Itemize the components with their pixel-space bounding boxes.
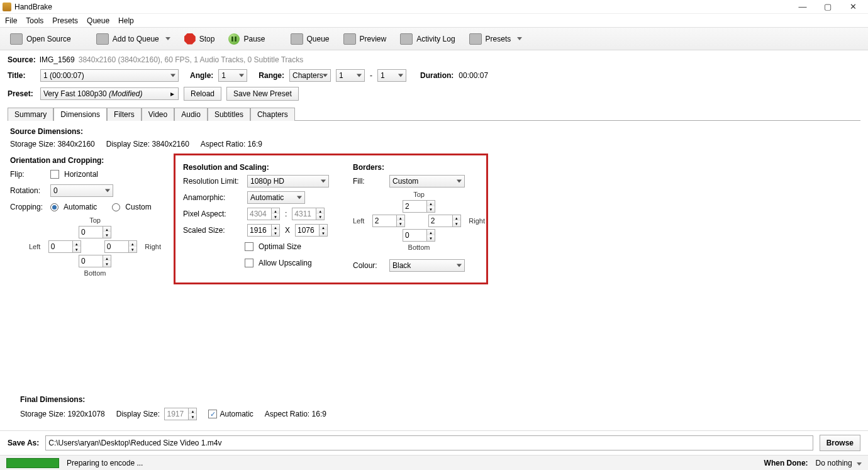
crop-right-input[interactable]: ▲▼ [104,240,137,253]
add-to-queue-button[interactable]: Add to Queue [91,31,175,47]
res-limit-select[interactable]: 1080p HD [247,175,329,187]
borders-heading: Borders: [353,163,479,172]
border-right-input[interactable]: ▲▼ [428,215,461,227]
crop-bottom-input[interactable]: ▲▼ [79,255,111,267]
border-left-input[interactable]: ▲▼ [372,215,405,227]
queue-icon [291,33,303,45]
final-auto-label: Automatic [220,410,253,418]
save-as-input[interactable] [45,435,813,450]
stop-icon [184,33,196,45]
menu-tools[interactable]: Tools [26,16,43,25]
chevron-down-icon [517,37,522,40]
pause-label: Pause [243,35,265,43]
queue-button[interactable]: Queue [286,31,335,47]
tab-dimensions[interactable]: Dimensions [53,108,107,121]
border-top-input[interactable]: ▲▼ [403,200,435,213]
preview-button[interactable]: Preview [338,31,392,47]
duration-value: 00:00:07 [459,71,488,80]
scaled-height-input[interactable]: ▲▼ [295,224,328,237]
cropping-label: Cropping: [10,203,45,211]
menu-help[interactable]: Help [118,16,134,25]
pixel-aspect-label: Pixel Aspect: [183,210,242,218]
menubar: File Tools Presets Queue Help [0,14,868,28]
rotation-label: Rotation: [10,186,45,195]
menu-queue[interactable]: Queue [87,16,109,25]
optimal-size-checkbox[interactable] [245,242,253,251]
app-title: HandBrake [14,3,52,11]
border-bottom-input[interactable]: ▲▼ [403,229,435,242]
flip-label: Flip: [10,170,45,179]
crop-left-label: Left [29,243,40,250]
range-to-select[interactable]: 1 [377,69,406,82]
final-display-label: Display Size: [116,410,160,418]
cropping-auto-radio[interactable] [50,203,58,211]
activity-icon [400,33,413,45]
title-row: Title: 1 (00:00:07) Angle: 1 Range: Chap… [0,67,868,84]
colour-select[interactable]: Black [389,259,465,272]
crop-left-input[interactable]: ▲▼ [48,240,81,253]
open-source-button[interactable]: Open Source [5,31,76,47]
flip-horizontal-label: Horizontal [64,170,98,179]
stop-label: Stop [199,35,215,43]
border-left-label: Left [353,217,364,225]
save-as-label: Save As: [8,439,39,447]
range-type-select[interactable]: Chapters [289,69,331,82]
crop-top-input[interactable]: ▲▼ [79,226,111,238]
final-dims-heading: Final Dimensions: [20,395,848,404]
pixel-aspect-a-input[interactable]: ▲▼ [247,208,280,220]
chevron-down-icon [165,37,170,40]
range-dash: - [370,71,372,80]
anamorphic-label: Anamorphic: [183,193,242,202]
title-select[interactable]: 1 (00:00:07) [40,69,179,82]
pause-button[interactable]: Pause [223,31,270,47]
angle-label: Angle: [190,71,213,80]
reload-button[interactable]: Reload [184,87,221,101]
res-limit-label: Resolution Limit: [183,177,242,186]
tab-subtitles[interactable]: Subtitles [208,108,250,121]
close-button[interactable]: ✕ [840,1,865,13]
final-storage: Storage Size: 1920x1078 [20,410,105,418]
stop-button[interactable]: Stop [179,31,220,47]
cropping-custom-label: Custom [125,203,151,211]
presets-button[interactable]: Presets [464,31,528,47]
rotation-select[interactable]: 0 [50,184,113,197]
range-from-select[interactable]: 1 [336,69,365,82]
maximize-button[interactable]: ▢ [815,1,840,13]
toolbar: Open Source Add to Queue Stop Pause Queu… [0,28,868,50]
preset-select[interactable]: Very Fast 1080p30 (Modified) ▸ [40,87,179,100]
title-label: Title: [8,71,35,80]
tab-chapters[interactable]: Chapters [250,108,295,121]
tab-video[interactable]: Video [142,108,174,121]
browse-button[interactable]: Browse [820,435,860,451]
colour-label: Colour: [353,261,384,270]
final-auto-checkbox[interactable] [208,410,217,418]
source-label: Source: [8,55,36,64]
angle-select[interactable]: 1 [218,69,247,82]
queue-label: Queue [307,35,330,43]
titlebar: HandBrake — ▢ ✕ [0,0,868,14]
pixel-aspect-b-input[interactable]: ▲▼ [292,208,325,220]
add-queue-label: Add to Queue [113,35,159,43]
allow-upscaling-label: Allow Upscaling [259,259,312,267]
border-right-label: Right [469,217,485,225]
minimize-button[interactable]: — [790,1,815,13]
preview-icon [343,33,356,45]
when-done-select[interactable]: Do nothing [816,459,862,467]
allow-upscaling-checkbox[interactable] [245,259,253,267]
activity-log-button[interactable]: Activity Log [395,31,460,47]
final-display-input[interactable]: ▲▼ [164,408,197,420]
menu-file[interactable]: File [5,16,17,25]
tab-filters[interactable]: Filters [107,108,142,121]
activity-label: Activity Log [416,35,455,43]
cropping-custom-radio[interactable] [112,203,120,211]
scaled-width-input[interactable]: ▲▼ [247,224,280,237]
preset-row: Preset: Very Fast 1080p30 (Modified) ▸ R… [0,84,868,103]
save-new-preset-button[interactable]: Save New Preset [226,87,299,101]
tab-audio[interactable]: Audio [174,108,208,121]
fill-select[interactable]: Custom [389,175,465,187]
flip-horizontal-checkbox[interactable] [50,170,59,179]
tab-summary[interactable]: Summary [8,108,53,121]
menu-presets[interactable]: Presets [52,16,78,25]
anamorphic-select[interactable]: Automatic [247,191,305,204]
final-dimensions-section: Final Dimensions: Storage Size: 1920x107… [10,389,858,427]
